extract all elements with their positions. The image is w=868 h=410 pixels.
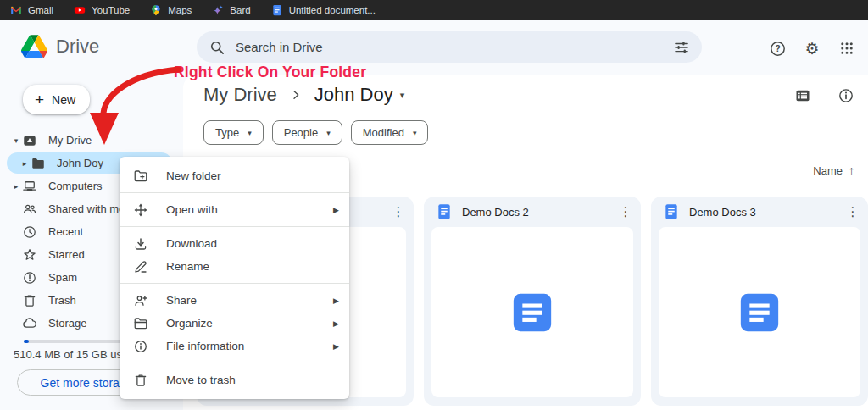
drive-logo-text: Drive	[56, 36, 99, 58]
docs-icon-large	[736, 289, 783, 336]
annotation-text: RIght Click On Your Folder	[174, 64, 366, 81]
menu-item-file-information[interactable]: File information ▶	[120, 335, 349, 357]
filter-chip-people[interactable]: People ▾	[272, 120, 342, 145]
rename-icon	[133, 259, 148, 274]
docs-icon-large	[509, 289, 556, 336]
menu-item-rename[interactable]: Rename	[120, 255, 349, 278]
bookmark-gmail[interactable]: Gmail	[10, 4, 53, 16]
storage-icon	[22, 316, 37, 331]
bookmark-youtube[interactable]: YouTube	[74, 4, 130, 16]
sidebar-item-label: Starred	[48, 248, 85, 261]
bookmark-label: Maps	[168, 5, 192, 15]
bookmark-maps[interactable]: Maps	[150, 4, 192, 16]
search-bar[interactable]	[197, 31, 702, 63]
file-card-preview	[659, 227, 860, 397]
new-button-label: New	[52, 93, 75, 107]
filter-chips: Type ▾ People ▾ Modified ▾	[203, 120, 428, 145]
menu-item-new-folder[interactable]: New folder	[120, 164, 349, 187]
bookmark-label: Bard	[230, 5, 250, 15]
storage-usage-text: 510.4 MB of 15 GB used	[14, 348, 134, 361]
sidebar-item-label: Spam	[48, 271, 77, 284]
drive-logo-icon	[21, 35, 47, 58]
menu-divider	[120, 192, 349, 193]
sort-label: Name	[813, 164, 843, 177]
storage-progress-fill	[24, 340, 29, 343]
drive-logo[interactable]: Drive	[21, 35, 99, 58]
sort-ascending-icon: ↑	[849, 163, 854, 177]
file-card-title: Demo Docs 3	[689, 206, 833, 219]
filter-options-icon[interactable]	[673, 39, 690, 56]
apps-grid-button[interactable]	[837, 39, 856, 58]
file-card-title: Demo Docs 2	[462, 206, 606, 219]
file-info-icon	[133, 339, 148, 354]
computers-icon	[22, 179, 37, 194]
menu-item-download[interactable]: Download	[120, 232, 349, 255]
chevron-right-icon[interactable]: ▸	[10, 182, 22, 191]
spam-icon	[22, 270, 37, 285]
more-options-icon[interactable]: ⋮	[615, 202, 636, 222]
chevron-down-icon: ▾	[400, 90, 405, 101]
new-button[interactable]: + New	[23, 85, 90, 114]
bookmark-bard[interactable]: Bard	[212, 4, 250, 16]
bookmark-label: Untitled document...	[289, 5, 376, 15]
person-add-icon	[133, 293, 148, 308]
details-info-icon[interactable]	[837, 87, 854, 104]
svg-text:?: ?	[775, 44, 780, 53]
menu-item-share[interactable]: Share ▶	[120, 289, 349, 312]
sidebar-item-label: Shared with me	[48, 202, 125, 215]
new-folder-icon	[133, 169, 148, 184]
bard-icon	[212, 4, 224, 16]
breadcrumb-my-drive[interactable]: My Drive	[203, 84, 277, 106]
context-menu: New folder Open with ▶ Download Rename S…	[120, 157, 349, 399]
menu-item-organize[interactable]: Organize ▶	[120, 312, 349, 335]
submenu-arrow-icon: ▶	[333, 319, 339, 328]
sidebar-item-label: Recent	[48, 225, 83, 238]
trash-icon	[22, 293, 37, 308]
search-icon	[209, 39, 225, 56]
plus-icon: +	[35, 91, 44, 108]
menu-divider	[120, 226, 349, 227]
header-actions: ? ⚙	[768, 39, 856, 58]
gmail-icon	[10, 4, 22, 16]
shared-icon	[22, 202, 37, 217]
filter-chip-modified[interactable]: Modified ▾	[351, 120, 429, 145]
settings-button[interactable]: ⚙	[803, 39, 821, 58]
chevron-down-icon[interactable]: ▾	[10, 136, 22, 145]
bookmark-untitled-document[interactable]: Untitled document...	[271, 4, 376, 16]
docs-icon	[271, 4, 283, 16]
organize-folder-icon	[133, 316, 148, 331]
sidebar-item-label: Storage	[48, 317, 87, 330]
sort-control[interactable]: Name ↑	[813, 163, 854, 177]
sidebar-item-label: John Doy	[57, 157, 103, 169]
sidebar-item-my-drive[interactable]: ▾ My Drive	[0, 129, 183, 152]
menu-divider	[120, 363, 349, 363]
chevron-right-icon[interactable]: ▸	[19, 159, 31, 168]
more-options-icon[interactable]: ⋮	[388, 202, 409, 222]
recent-icon	[22, 224, 37, 240]
help-button[interactable]: ?	[768, 39, 787, 58]
chevron-down-icon: ▾	[413, 129, 417, 137]
help-icon: ?	[769, 40, 787, 58]
settings-icon: ⚙	[804, 41, 819, 57]
view-controls	[794, 87, 854, 104]
sidebar-item-label: My Drive	[48, 134, 92, 147]
move-to-trash-icon	[133, 373, 148, 388]
breadcrumb-current-folder[interactable]: John Doy ▾	[314, 84, 404, 106]
youtube-icon	[74, 4, 86, 16]
file-card[interactable]: Demo Docs 2 ⋮	[424, 197, 641, 406]
file-card[interactable]: Demo Docs 3 ⋮	[651, 197, 868, 406]
search-input[interactable]	[236, 40, 663, 54]
docs-icon	[436, 203, 453, 220]
bookmarks-bar: Gmail YouTube Maps Bard Untitled documen…	[0, 0, 868, 20]
chevron-down-icon: ▾	[326, 129, 331, 137]
sidebar-item-label: Trash	[48, 294, 76, 307]
starred-icon	[22, 247, 37, 263]
more-options-icon[interactable]: ⋮	[843, 202, 863, 222]
maps-icon	[150, 4, 162, 16]
menu-item-open-with[interactable]: Open with ▶	[120, 198, 349, 221]
menu-item-move-to-trash[interactable]: Move to trash	[120, 368, 349, 391]
submenu-arrow-icon: ▶	[333, 206, 339, 214]
bookmark-label: Gmail	[28, 5, 53, 15]
filter-chip-type[interactable]: Type ▾	[203, 120, 264, 145]
list-view-icon[interactable]	[794, 87, 811, 104]
